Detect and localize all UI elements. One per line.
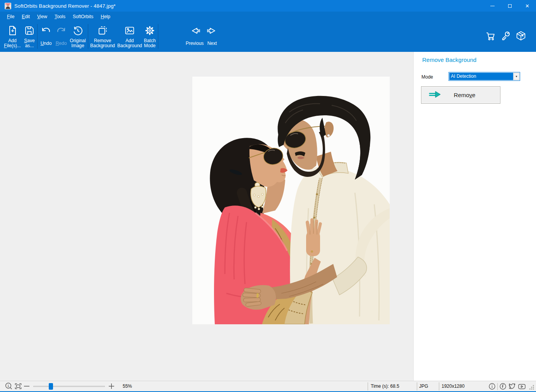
image-canvas[interactable] (0, 52, 413, 381)
key-icon (500, 30, 512, 42)
processing-time: Time (s): 68.5 (371, 381, 399, 391)
remove-button[interactable]: Remove (421, 86, 500, 104)
next-label: Next (207, 38, 217, 49)
redo-label: Redo (56, 38, 67, 49)
save-as-button[interactable]: Save as... (22, 23, 37, 51)
previous-label: Previous (186, 38, 204, 49)
app-window: SoftOrbits Background Remover - 4847.jpg… (0, 0, 536, 392)
undo-icon (40, 23, 52, 38)
minimize-icon (490, 6, 495, 6)
original-image-label: Original Image (70, 38, 86, 49)
close-icon: ✕ (525, 3, 529, 9)
window-controls: ✕ (484, 0, 536, 12)
zoom-percent: 55% (123, 381, 132, 391)
info-icon (488, 382, 496, 390)
photo-canvas[interactable] (192, 77, 390, 324)
twitter-icon (507, 382, 516, 390)
gear-icon (144, 23, 156, 38)
redo-button[interactable]: Redo (53, 23, 69, 51)
remove-button-label: Remove (442, 92, 488, 98)
redo-icon (55, 23, 67, 38)
batch-mode-button[interactable]: Batch Mode (141, 23, 159, 51)
cart-icon (485, 30, 497, 42)
youtube-icon (517, 382, 526, 390)
info-button[interactable] (488, 381, 496, 391)
zoom-actual-size-button[interactable]: 1 (5, 381, 13, 391)
menu-view[interactable]: View (34, 12, 51, 21)
add-file-icon (7, 23, 18, 38)
zoom-slider-track[interactable] (33, 386, 105, 387)
svg-text:1: 1 (7, 383, 9, 388)
undo-button[interactable]: Undo (39, 23, 53, 51)
remove-background-panel: Remove Background Mode AI Detection ▼ Re… (413, 52, 536, 381)
mode-selected-value: AI Detection (449, 73, 513, 80)
statusbar-separator (439, 382, 439, 390)
menu-bar: File Edit View Tools SoftOrbits Help (0, 12, 536, 22)
history-icon (72, 23, 84, 38)
maximize-icon (508, 4, 512, 8)
image-dimensions: 1920x1280 (442, 381, 464, 391)
menu-help[interactable]: Help (97, 12, 114, 21)
toolbar-separator (37, 24, 38, 49)
add-background-button[interactable]: Add Background (116, 23, 143, 51)
next-button[interactable]: Next (205, 23, 219, 51)
window-title: SoftOrbits Background Remover - 4847.jpg… (14, 3, 116, 9)
zoom-out-icon (23, 383, 30, 390)
zoom-slider-thumb[interactable] (49, 383, 53, 390)
resize-grip-icon[interactable] (529, 385, 534, 390)
title-bar: SoftOrbits Background Remover - 4847.jpg… (0, 0, 536, 12)
toolbar: Add File(s)... Save as... Undo Redo (0, 22, 536, 52)
save-icon (24, 23, 35, 38)
zoom-actual-size-icon: 1 (5, 382, 13, 390)
undo-label: Undo (41, 38, 52, 49)
youtube-button[interactable] (517, 381, 526, 391)
arrow-right-icon (206, 23, 219, 38)
previous-button[interactable]: Previous (184, 23, 205, 51)
file-format: JPG (419, 381, 428, 391)
register-key-button[interactable] (500, 29, 512, 43)
statusbar-separator (368, 382, 368, 390)
statusbar-separator (497, 383, 498, 390)
add-files-button[interactable]: Add File(s)... (3, 23, 22, 51)
menu-softorbits[interactable]: SoftOrbits (69, 12, 97, 21)
fit-to-window-icon (14, 382, 22, 390)
image-icon (124, 23, 135, 38)
selection-dashed-icon (97, 23, 108, 38)
batch-mode-label: Batch Mode (144, 38, 156, 49)
status-bar: 1 55% Time (s): 68.5 JPG 1920x1280 (0, 381, 536, 392)
fit-to-window-button[interactable] (14, 381, 22, 391)
panel-title: Remove Background (422, 56, 476, 63)
remove-background-label: Remove Background (90, 38, 115, 49)
save-as-label: Save as... (24, 38, 34, 49)
facebook-button[interactable] (499, 381, 507, 391)
couple-photo-illustration (192, 77, 390, 324)
facebook-icon (499, 382, 507, 390)
zoom-in-icon (108, 383, 115, 390)
main-area: Remove Background Mode AI Detection ▼ Re… (0, 52, 536, 381)
twitter-button[interactable] (507, 381, 516, 391)
app-icon (5, 3, 11, 9)
statusbar-separator (417, 382, 417, 390)
close-button[interactable]: ✕ (519, 0, 536, 12)
menu-file[interactable]: File (3, 12, 18, 21)
zoom-out-button[interactable] (23, 381, 30, 391)
maximize-button[interactable] (501, 0, 519, 12)
add-files-label: Add File(s)... (4, 38, 21, 49)
original-image-button[interactable]: Original Image (69, 23, 87, 51)
menu-edit[interactable]: Edit (18, 12, 33, 21)
chevron-down-icon[interactable]: ▼ (514, 73, 519, 80)
arrow-left-icon (188, 23, 201, 38)
minimize-button[interactable] (484, 0, 501, 12)
remove-background-button[interactable]: Remove Background (89, 23, 116, 51)
toolbar-separator (158, 24, 158, 49)
zoom-in-button[interactable] (108, 381, 115, 391)
package-icon (515, 30, 527, 42)
product-info-button[interactable] (515, 29, 527, 43)
mode-label: Mode (421, 74, 433, 80)
toolbar-separator (88, 24, 88, 49)
buy-button[interactable] (485, 29, 497, 43)
add-background-label: Add Background (117, 38, 142, 49)
mode-select[interactable]: AI Detection ▼ (449, 72, 520, 81)
menu-tools[interactable]: Tools (51, 12, 69, 21)
teal-arrow-icon (428, 91, 442, 99)
